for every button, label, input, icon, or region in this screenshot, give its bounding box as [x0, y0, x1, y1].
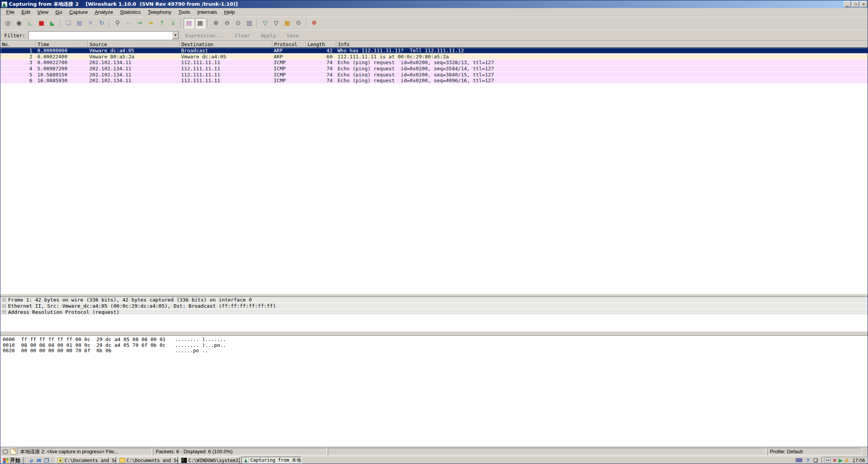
packet-row[interactable]: 510.5889150202.102.134.11112.111.11.11IC… — [0, 72, 868, 78]
expander-plus-icon[interactable]: + — [2, 304, 6, 308]
start-button[interactable]: 开始 — [1, 457, 23, 464]
menu-item-help[interactable]: Help — [221, 8, 238, 16]
reload-file-icon: ↻ — [99, 20, 104, 26]
taskbar-button-notepad[interactable]: ≣C:\Documents and Se... — [56, 457, 116, 464]
zoom-out-button[interactable]: ⊖ — [222, 18, 232, 28]
input-keyboard-icon[interactable]: ⌨ — [795, 458, 803, 463]
network-disconnected-icon[interactable]: ✕ — [833, 458, 837, 463]
capture-comment-icon[interactable] — [10, 449, 16, 454]
preferences-button[interactable]: ⚙ — [293, 18, 304, 28]
taskbar-button-cmd[interactable]: C:C:\WINDOWS\system32... — [180, 457, 240, 464]
open-file-button[interactable]: ❏ — [63, 18, 73, 28]
column-header-protocol[interactable]: Protocol — [273, 41, 306, 47]
column-header-info[interactable]: Info — [336, 41, 868, 47]
menu-item-analyze[interactable]: Analyze — [91, 8, 116, 16]
wireshark-logo-icon — [2, 2, 7, 7]
help-question-icon[interactable]: ? — [806, 458, 809, 463]
go-last-icon: ↓ — [171, 20, 176, 26]
column-header-destination[interactable]: Destination — [180, 41, 273, 47]
security-alert-icon[interactable]: ⚠ — [845, 458, 849, 463]
profile-selector[interactable]: Profile: Default — [767, 448, 862, 455]
show-desktop-icon[interactable]: ❐ — [43, 457, 50, 464]
zoom-100-icon: ⊙ — [236, 20, 241, 26]
hex-splitter[interactable] — [0, 331, 868, 335]
apply-button[interactable]: Apply — [261, 33, 276, 38]
taskbar-button-folder[interactable]: C:\Documents and Se... — [118, 457, 178, 464]
close-file-button[interactable]: ✕ — [85, 18, 96, 28]
filter-dropdown-arrow-icon[interactable]: ▼ — [172, 31, 179, 39]
resize-columns-button[interactable]: ▥ — [244, 18, 254, 28]
expression-button[interactable]: Expression... — [185, 33, 224, 38]
menu-item-internals[interactable]: Internals — [194, 8, 221, 16]
restore-button[interactable]: ❐ — [852, 1, 859, 7]
packet-row[interactable]: 45.08987200202.102.134.11112.111.11.11IC… — [0, 66, 868, 72]
vmware-icon[interactable]: vm — [824, 458, 831, 463]
packet-bytes-pane: 0000ff ff ff ff ff ff 00 0c 29 dc a4 05 … — [0, 335, 868, 447]
capture-filters-button[interactable]: ▽ — [260, 18, 270, 28]
go-first-button[interactable]: ↑ — [157, 18, 167, 28]
taskbar-button-wireshark[interactable]: Capturing from 本地... — [241, 457, 302, 464]
help-button[interactable]: ☸ — [309, 18, 319, 28]
restart-capture-button[interactable]: ◣ — [47, 18, 58, 28]
zoom-100-button[interactable]: ⊙ — [233, 18, 243, 28]
start-capture-button[interactable]: ◣ — [25, 18, 35, 28]
hex-row[interactable]: 002000 00 00 00 00 00 70 6f 0b 0b......p… — [0, 348, 868, 354]
packet-row[interactable]: 616.0885930202.102.134.11112.111.11.11IC… — [0, 78, 868, 84]
hex-row[interactable]: 001008 00 06 04 00 01 00 0c 29 dc a4 05 … — [0, 343, 868, 348]
column-header-length[interactable]: Length — [306, 41, 336, 47]
menu-item-tools[interactable]: Tools — [175, 8, 194, 16]
detail-row[interactable]: +Frame 1: 42 bytes on wire (336 bits), 4… — [0, 297, 868, 303]
detail-row[interactable]: +Address Resolution Protocol (request) — [0, 309, 868, 315]
clear-button[interactable]: Clear — [235, 33, 250, 38]
start-capture-icon: ◣ — [28, 20, 32, 26]
colorize-list-button[interactable]: ▤ — [184, 18, 194, 28]
filter-input[interactable] — [29, 31, 172, 39]
menu-item-edit[interactable]: Edit — [18, 8, 34, 16]
packet-cell: 6 — [0, 78, 36, 83]
zoom-in-button[interactable]: ⊕ — [211, 18, 221, 28]
packet-row[interactable]: 10.00000000Vmware_dc:a4:05BroadcastARP42… — [0, 48, 868, 54]
window-arrange-icon[interactable]: ❏ — [813, 458, 818, 463]
stop-capture-button[interactable]: ■ — [36, 18, 47, 28]
vmware-tools-icon[interactable]: ▶ — [839, 458, 843, 463]
expander-plus-icon[interactable]: + — [2, 298, 6, 302]
title-bar[interactable]: Capturing from 本地连接 2 [Wireshark 1.10.0 … — [0, 0, 868, 8]
display-filters-icon: ▽ — [274, 20, 278, 26]
close-button[interactable]: ✕ — [860, 1, 867, 7]
menu-item-telephony[interactable]: Telephony — [144, 8, 175, 16]
coloring-rules-button[interactable]: ▦ — [282, 18, 293, 28]
auto-scroll-icon: ▦ — [197, 20, 203, 26]
menu-item-capture[interactable]: Capture — [66, 8, 91, 16]
column-header-no[interactable]: No. — [0, 41, 36, 47]
minimize-button[interactable]: _ — [844, 1, 851, 7]
hex-row[interactable]: 0000ff ff ff ff ff ff 00 0c 29 dc a4 05 … — [0, 337, 868, 343]
menu-item-go[interactable]: Go — [52, 8, 66, 16]
reload-file-button[interactable]: ↻ — [96, 18, 107, 28]
packet-cell: 112.111.11.11 — [180, 72, 273, 78]
find-packet-button[interactable]: ⚲ — [112, 18, 123, 28]
go-forward-button[interactable]: → — [135, 18, 145, 28]
menu-item-view[interactable]: View — [34, 8, 52, 16]
packet-row[interactable]: 30.00022700202.102.134.11112.111.11.11IC… — [0, 60, 868, 66]
internet-explorer-icon[interactable]: e — [27, 457, 35, 464]
packet-row[interactable]: 20.00022400Vmware_80:a5:2aVmware_dc:a4:0… — [0, 54, 868, 60]
menu-item-file[interactable]: File — [3, 8, 18, 16]
hex-ascii: ........ )...po.. — [175, 343, 226, 348]
go-to-packet-button[interactable]: ➔ — [146, 18, 156, 28]
detail-row[interactable]: +Ethernet II, Src: Vmware_dc:a4:05 (00:0… — [0, 303, 868, 309]
list-interfaces-button[interactable]: ◎ — [3, 18, 13, 28]
detail-text: Ethernet II, Src: Vmware_dc:a4:05 (00:0c… — [8, 303, 276, 309]
expert-info-icon[interactable] — [3, 449, 8, 454]
go-last-button[interactable]: ↓ — [168, 18, 178, 28]
outlook-express-icon[interactable]: ✉ — [35, 457, 43, 464]
menu-item-statistics[interactable]: Statistics — [116, 8, 144, 16]
save-button[interactable]: Save — [287, 33, 299, 38]
display-filters-button[interactable]: ▽ — [271, 18, 281, 28]
auto-scroll-button[interactable]: ▦ — [195, 18, 205, 28]
save-file-button[interactable]: ▦ — [74, 18, 85, 28]
expander-plus-icon[interactable]: + — [2, 310, 6, 313]
column-header-source[interactable]: Source — [88, 41, 180, 47]
go-back-button[interactable]: ← — [123, 18, 134, 28]
column-header-time[interactable]: Time — [36, 41, 88, 47]
capture-options-button[interactable]: ◉ — [14, 18, 24, 28]
